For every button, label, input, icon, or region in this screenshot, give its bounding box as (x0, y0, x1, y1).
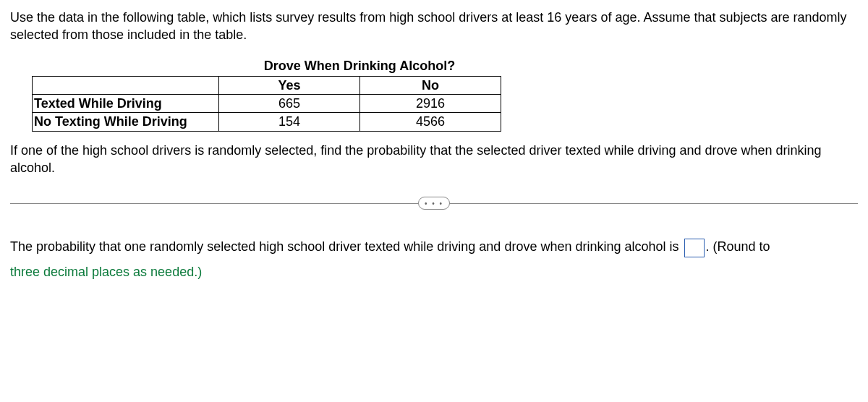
rounding-hint: three decimal places as needed.) (10, 265, 202, 279)
answer-prefix: The probability that one randomly select… (10, 239, 683, 254)
col-header-yes: Yes (219, 76, 360, 94)
row-label-texted: Texted While Driving (33, 95, 219, 113)
row-label-notexted: No Texting While Driving (33, 113, 219, 131)
data-table: Yes No Texted While Driving 665 2916 No … (32, 76, 501, 132)
col-header-no: No (360, 76, 501, 94)
cell-notexted-yes: 154 (219, 113, 360, 131)
cell-texted-no: 2916 (360, 95, 501, 113)
answer-sentence: The probability that one randomly select… (10, 234, 858, 283)
cell-notexted-no: 4566 (360, 113, 501, 131)
cell-texted-yes: 665 (219, 95, 360, 113)
data-table-wrapper: Drove When Drinking Alcohol? Yes No Text… (32, 57, 858, 132)
section-divider: • • • (10, 197, 858, 210)
table-row: Texted While Driving 665 2916 (33, 95, 501, 113)
table-blank-cell (33, 76, 219, 94)
answer-suffix: . (Round to (706, 239, 770, 254)
expand-pill[interactable]: • • • (418, 197, 450, 210)
dots-icon: • • • (425, 199, 443, 209)
table-title: Drove When Drinking Alcohol? (32, 57, 501, 74)
intro-text: Use the data in the following table, whi… (10, 9, 858, 44)
probability-input[interactable] (684, 239, 705, 257)
table-row: No Texting While Driving 154 4566 (33, 113, 501, 131)
question-text: If one of the high school drivers is ran… (10, 142, 858, 177)
